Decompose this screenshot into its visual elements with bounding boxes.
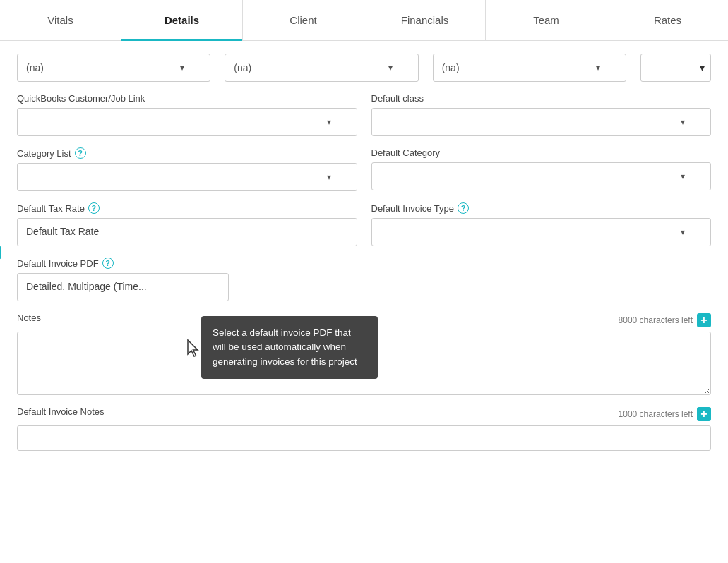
invoice-pdf-dropdown[interactable]: Detailed, Multipage (Time... (17, 273, 229, 301)
default-tax-rate-label: Default Tax Rate ? (17, 202, 357, 214)
chevron-down-icon: ▾ (327, 117, 331, 127)
default-invoice-notes-field: Default Invoice Notes 1000 characters le… (17, 406, 711, 451)
page-container: Vitals Details Client Financials Team Ra… (0, 0, 728, 464)
invoice-pdf-help-icon[interactable]: ? (102, 258, 114, 269)
tab-financials[interactable]: Financials (364, 0, 486, 40)
default-invoice-type-field: Default Invoice Type ? ▾ (371, 202, 712, 246)
chevron-down-icon: ▾ (681, 171, 685, 181)
tab-bar: Vitals Details Client Financials Team Ra… (0, 0, 728, 41)
category-list-dropdown[interactable]: ▾ (17, 163, 357, 191)
default-invoice-notes-header: Default Invoice Notes 1000 characters le… (17, 406, 711, 421)
quickbooks-dropdown[interactable]: ▾ (17, 108, 357, 136)
chevron-down-icon: ▾ (700, 62, 705, 73)
left-panel-arrow (0, 246, 1, 260)
category-list-help-icon[interactable]: ? (75, 147, 86, 159)
invoice-pdf-tooltip: Select a default invoice PDF that will b… (201, 316, 378, 379)
chevron-down-icon: ▾ (596, 63, 600, 73)
chevron-down-icon: ▾ (327, 172, 331, 182)
tab-rates[interactable]: Rates (607, 0, 728, 40)
default-category-dropdown[interactable]: ▾ (371, 162, 712, 190)
default-tax-rate-help-icon[interactable]: ? (88, 202, 100, 214)
notes-label: Notes (17, 313, 41, 323)
default-invoice-notes-label: Default Invoice Notes (17, 406, 105, 417)
invoice-notes-expand-button[interactable]: + (697, 407, 711, 421)
default-category-field: Default Category ▾ (371, 147, 712, 190)
top-dropdowns-row: (na) ▾ (na) ▾ (na) ▾ ▾ (17, 54, 711, 82)
notes-expand-button[interactable]: + (697, 313, 711, 327)
default-invoice-notes-input[interactable] (17, 425, 711, 451)
tax-invoice-row: Default Tax Rate ? Default Tax Rate Defa… (17, 202, 711, 246)
chevron-down-icon: ▾ (681, 117, 685, 127)
default-invoice-type-dropdown[interactable]: ▾ (371, 218, 712, 246)
default-class-label: Default class (371, 93, 712, 104)
chevron-down-icon: ▾ (180, 63, 184, 73)
tab-details[interactable]: Details (121, 0, 243, 40)
default-invoice-type-help-icon[interactable]: ? (458, 202, 469, 214)
quickbooks-row: QuickBooks Customer/Job Link ▾ Default c… (17, 93, 711, 136)
tab-client[interactable]: Client (243, 0, 364, 40)
invoice-pdf-row: Default Invoice PDF ? Detailed, Multipag… (17, 258, 711, 301)
default-invoice-type-label: Default Invoice Type ? (371, 202, 712, 214)
category-row: Category List ? ▾ Default Category (17, 147, 711, 191)
dropdown-2[interactable]: (na) ▾ (225, 54, 418, 82)
chevron-down-icon: ▾ (388, 63, 393, 73)
default-category-label: Default Category (371, 147, 712, 158)
quickbooks-field: QuickBooks Customer/Job Link ▾ (17, 93, 357, 136)
quickbooks-label: QuickBooks Customer/Job Link (17, 93, 357, 104)
chevron-down-icon: ▾ (681, 227, 685, 237)
category-list-field: Category List ? ▾ (17, 147, 357, 191)
default-tax-rate-input[interactable]: Default Tax Rate (17, 218, 357, 246)
tab-team[interactable]: Team (486, 0, 607, 40)
dropdown-3[interactable]: (na) ▾ (433, 54, 626, 82)
default-tax-rate-field: Default Tax Rate ? Default Tax Rate (17, 202, 357, 246)
tab-vitals[interactable]: Vitals (0, 0, 121, 40)
notes-char-count: 8000 characters left + (619, 313, 711, 327)
default-class-field: Default class ▾ (371, 93, 712, 136)
dropdown-1[interactable]: (na) ▾ (17, 54, 210, 82)
default-invoice-notes-char-count: 1000 characters left + (619, 407, 711, 421)
dropdown-4-partial[interactable]: ▾ (640, 54, 711, 82)
invoice-pdf-label: Default Invoice PDF ? (17, 258, 711, 269)
category-list-label: Category List ? (17, 147, 357, 159)
default-class-dropdown[interactable]: ▾ (371, 108, 712, 136)
